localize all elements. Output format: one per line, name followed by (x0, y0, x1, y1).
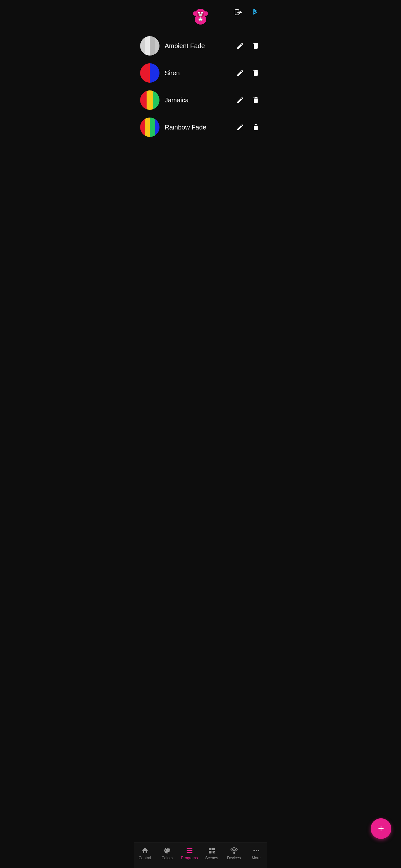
nav-label-devices: Devices (227, 856, 241, 860)
edit-icon (236, 96, 244, 104)
svg-rect-24 (212, 848, 215, 850)
delete-button-ambient-fade[interactable] (251, 41, 261, 51)
program-icon-siren (140, 63, 159, 83)
svg-point-14 (201, 19, 202, 20)
nav-label-control: Control (138, 856, 151, 860)
nav-item-programs[interactable]: Programs (178, 845, 201, 862)
nav-label-programs: Programs (181, 856, 197, 860)
palette-icon (163, 847, 171, 855)
program-icon-jamaica (140, 90, 159, 110)
bluetooth-icon (251, 8, 259, 17)
nav-item-devices[interactable]: Devices (223, 845, 245, 862)
nav-item-scenes[interactable]: Scenes (201, 845, 223, 862)
program-name-siren: Siren (165, 69, 230, 77)
svg-rect-15 (199, 20, 202, 21)
nav-item-control[interactable]: Control (134, 845, 156, 862)
svg-rect-25 (209, 851, 212, 854)
scenes-icon (208, 847, 216, 855)
svg-point-30 (234, 851, 235, 852)
monkey-logo (191, 6, 210, 26)
nav-label-more: More (252, 856, 260, 860)
program-name-ambient-fade: Ambient Fade (165, 42, 230, 50)
svg-point-33 (258, 850, 259, 851)
header (134, 0, 267, 29)
svg-rect-21 (187, 850, 192, 851)
program-item: Rainbow Fade (134, 114, 267, 141)
program-actions-siren (235, 68, 261, 78)
svg-point-2 (193, 11, 197, 16)
programs-icon (186, 847, 193, 855)
svg-point-12 (198, 18, 203, 21)
svg-point-8 (202, 13, 203, 14)
program-name-rainbow-fade: Rainbow Fade (165, 124, 230, 131)
program-icon-ambient-fade (140, 36, 159, 56)
edit-icon (236, 123, 244, 131)
svg-rect-16 (200, 20, 201, 21)
program-actions-jamaica (235, 95, 261, 105)
svg-rect-17 (201, 20, 201, 21)
delete-button-rainbow-fade[interactable] (251, 122, 261, 132)
program-icon-rainbow-fade (140, 118, 159, 137)
nav-label-scenes: Scenes (205, 856, 218, 860)
edit-button-rainbow-fade[interactable] (235, 122, 245, 132)
svg-point-3 (204, 11, 208, 16)
svg-point-9 (199, 14, 202, 17)
delete-button-siren[interactable] (251, 68, 261, 78)
devices-icon (230, 847, 238, 855)
edit-icon (236, 42, 244, 50)
svg-rect-20 (187, 848, 192, 849)
program-item: Ambient Fade (134, 32, 267, 59)
svg-point-11 (201, 15, 202, 16)
svg-point-7 (198, 13, 199, 14)
program-name-jamaica: Jamaica (165, 97, 230, 104)
edit-button-ambient-fade[interactable] (235, 41, 245, 51)
header-actions (233, 6, 261, 18)
login-button[interactable] (233, 6, 244, 18)
svg-point-32 (256, 850, 257, 851)
svg-rect-22 (187, 852, 192, 853)
program-item: Siren (134, 59, 267, 87)
program-list: Ambient Fade Siren (134, 29, 267, 868)
bluetooth-button[interactable] (249, 6, 261, 18)
nav-label-colors: Colors (161, 856, 173, 860)
program-actions-ambient-fade (235, 41, 261, 51)
svg-rect-23 (209, 848, 212, 850)
bottom-nav: Control Colors Programs Scenes (134, 842, 267, 868)
edit-button-jamaica[interactable] (235, 95, 245, 105)
delete-icon (252, 69, 259, 77)
nav-item-more[interactable]: More (245, 845, 267, 862)
more-icon (252, 847, 260, 855)
svg-point-13 (199, 19, 201, 20)
login-icon (234, 8, 243, 17)
delete-icon (252, 42, 259, 50)
program-item: Jamaica (134, 87, 267, 114)
delete-icon (252, 123, 259, 131)
edit-icon (236, 69, 244, 77)
delete-icon (252, 96, 259, 104)
delete-button-jamaica[interactable] (251, 95, 261, 105)
nav-item-colors[interactable]: Colors (156, 845, 178, 862)
home-icon (141, 847, 149, 855)
program-actions-rainbow-fade (235, 122, 261, 132)
svg-point-31 (253, 850, 255, 851)
edit-button-siren[interactable] (235, 68, 245, 78)
svg-point-10 (199, 15, 200, 16)
